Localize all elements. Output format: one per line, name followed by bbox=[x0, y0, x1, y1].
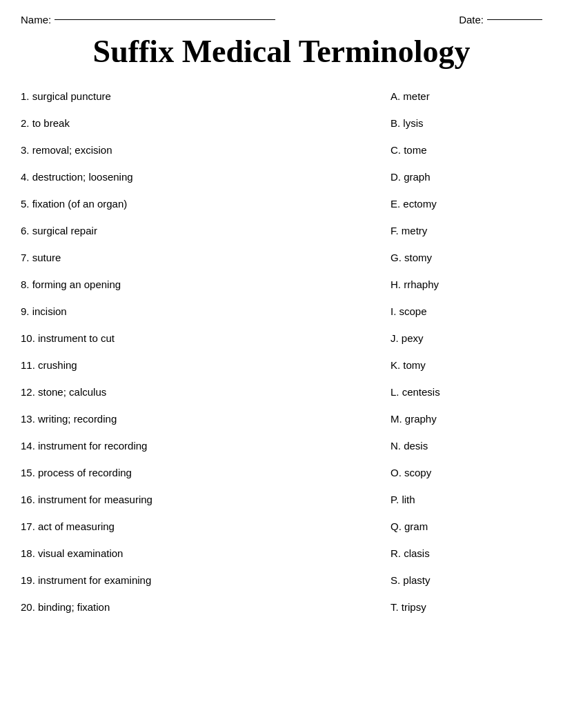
list-item: 5. fixation (of an organ) bbox=[21, 190, 391, 217]
answer-item: Q. gram bbox=[391, 513, 542, 540]
answer-item: H. rrhaphy bbox=[391, 271, 542, 298]
answer-item: J. pexy bbox=[391, 325, 542, 352]
answer-item: A. meter bbox=[391, 83, 542, 110]
list-item: 6. surgical repair bbox=[21, 217, 391, 244]
answer-item: K. tomy bbox=[391, 352, 542, 378]
list-item: 17. act of measuring bbox=[21, 513, 391, 540]
name-field: Name: bbox=[21, 14, 275, 26]
content-area: 1. surgical puncture2. to break3. remova… bbox=[21, 83, 542, 620]
list-item: 16. instrument for measuring bbox=[21, 486, 391, 513]
list-item: 14. instrument for recording bbox=[21, 432, 391, 459]
answer-item: L. centesis bbox=[391, 378, 542, 405]
answer-item: C. tome bbox=[391, 136, 542, 163]
list-item: 19. instrument for examining bbox=[21, 567, 391, 594]
list-item: 7. suture bbox=[21, 244, 391, 271]
date-field: Date: bbox=[459, 14, 542, 26]
list-item: 3. removal; excision bbox=[21, 136, 391, 163]
list-item: 13. writing; recording bbox=[21, 405, 391, 432]
list-item: 20. binding; fixation bbox=[21, 594, 391, 620]
answer-item: P. lith bbox=[391, 486, 542, 513]
left-column: 1. surgical puncture2. to break3. remova… bbox=[21, 83, 391, 620]
answer-item: I. scope bbox=[391, 298, 542, 325]
answer-item: T. tripsy bbox=[391, 594, 542, 620]
list-item: 18. visual examination bbox=[21, 540, 391, 567]
list-item: 15. process of recording bbox=[21, 459, 391, 486]
answer-item: O. scopy bbox=[391, 459, 542, 486]
list-item: 12. stone; calculus bbox=[21, 378, 391, 405]
header: Name: Date: bbox=[21, 14, 542, 26]
list-item: 1. surgical puncture bbox=[21, 83, 391, 110]
list-item: 10. instrument to cut bbox=[21, 325, 391, 352]
name-underline[interactable] bbox=[55, 19, 275, 20]
list-item: 8. forming an opening bbox=[21, 271, 391, 298]
answer-item: M. graphy bbox=[391, 405, 542, 432]
answer-item: B. lysis bbox=[391, 110, 542, 136]
right-column: A. meterB. lysisC. tomeD. graphE. ectomy… bbox=[391, 83, 542, 620]
answer-item: N. desis bbox=[391, 432, 542, 459]
date-underline[interactable] bbox=[487, 19, 542, 20]
list-item: 11. crushing bbox=[21, 352, 391, 378]
date-label: Date: bbox=[459, 14, 484, 26]
name-label: Name: bbox=[21, 14, 51, 26]
list-item: 4. destruction; loosening bbox=[21, 163, 391, 190]
list-item: 9. incision bbox=[21, 298, 391, 325]
answer-item: F. metry bbox=[391, 217, 542, 244]
answer-item: E. ectomy bbox=[391, 190, 542, 217]
answer-item: D. graph bbox=[391, 163, 542, 190]
answer-item: R. clasis bbox=[391, 540, 542, 567]
answer-item: G. stomy bbox=[391, 244, 542, 271]
answer-item: S. plasty bbox=[391, 567, 542, 594]
page-title: Suffix Medical Terminology bbox=[21, 32, 542, 70]
list-item: 2. to break bbox=[21, 110, 391, 136]
